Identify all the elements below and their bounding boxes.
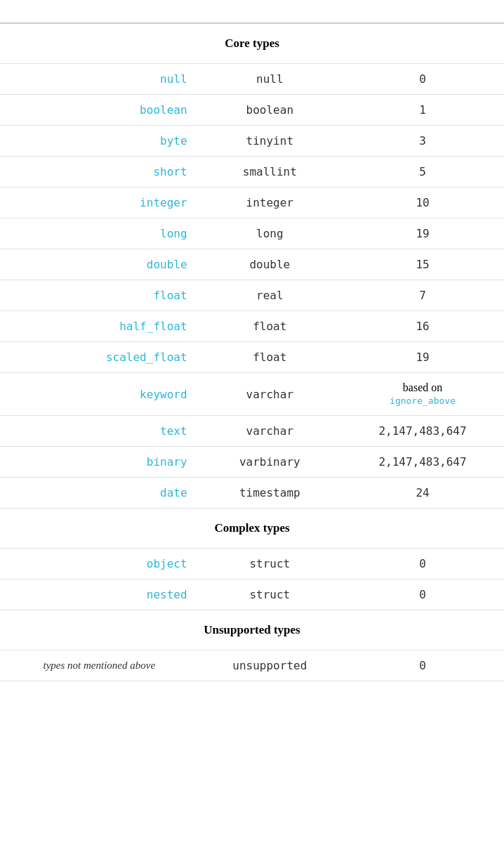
es-type-cell: boolean <box>0 95 199 126</box>
precision-text: based on <box>403 381 442 393</box>
es-type-cell: binary <box>0 447 199 478</box>
es-type-cell: object <box>0 549 199 580</box>
sql-type-cell: long <box>199 218 342 249</box>
table-row: keywordvarcharbased onignore_above <box>0 373 504 416</box>
sql-type-cell: real <box>199 280 342 311</box>
sql-precision-cell: 1 <box>341 95 504 126</box>
sql-type-cell: double <box>199 249 342 280</box>
sql-precision-cell: 3 <box>341 126 504 157</box>
sql-type-cell: unsupported <box>199 650 342 681</box>
sql-type-cell: integer <box>199 188 342 218</box>
sql-type-cell: smallint <box>199 157 342 188</box>
sql-precision-cell: 19 <box>341 342 504 373</box>
table-row: shortsmallint5 <box>0 157 504 188</box>
es-type-cell: keyword <box>0 373 199 416</box>
sql-type-cell: float <box>199 342 342 373</box>
es-type-cell: scaled_float <box>0 342 199 373</box>
table-row: nullnull0 <box>0 64 504 95</box>
col-header-es-type <box>0 0 199 23</box>
table-row: doubledouble15 <box>0 249 504 280</box>
table-row: textvarchar2,147,483,647 <box>0 416 504 447</box>
table-row: scaled_floatfloat19 <box>0 342 504 373</box>
sql-precision-cell: based onignore_above <box>341 373 504 416</box>
table-row: bytetinyint3 <box>0 126 504 157</box>
table-row: binaryvarbinary2,147,483,647 <box>0 447 504 478</box>
table-row: integerinteger10 <box>0 188 504 218</box>
sql-type-cell: float <box>199 311 342 342</box>
sql-type-cell: tinyint <box>199 126 342 157</box>
col-header-sql-precision <box>341 0 504 23</box>
es-type-cell: byte <box>0 126 199 157</box>
es-type-cell: date <box>0 478 199 509</box>
es-type-cell: nested <box>0 580 199 610</box>
sql-precision-cell: 5 <box>341 157 504 188</box>
sql-precision-cell: 0 <box>341 580 504 610</box>
table-row: objectstruct0 <box>0 549 504 580</box>
table-row: types not mentioned aboveunsupported0 <box>0 650 504 681</box>
sql-precision-cell: 15 <box>341 249 504 280</box>
sql-type-cell: varchar <box>199 416 342 447</box>
sql-type-cell: boolean <box>199 95 342 126</box>
sql-type-cell: varbinary <box>199 447 342 478</box>
sql-type-cell: struct <box>199 580 342 610</box>
section-header-label: Core types <box>0 23 504 64</box>
sql-type-cell: struct <box>199 549 342 580</box>
sql-precision-cell: 0 <box>341 650 504 681</box>
sql-precision-cell: 2,147,483,647 <box>341 447 504 478</box>
sql-precision-cell: 2,147,483,647 <box>341 416 504 447</box>
sql-precision-cell: 16 <box>341 311 504 342</box>
sql-type-cell: null <box>199 64 342 95</box>
es-type-cell: null <box>0 64 199 95</box>
section-header-label: Unsupported types <box>0 610 504 650</box>
es-type-cell: types not mentioned above <box>0 650 199 681</box>
table-row: datetimestamp24 <box>0 478 504 509</box>
es-type-cell: float <box>0 280 199 311</box>
es-type-cell: double <box>0 249 199 280</box>
sql-type-cell: timestamp <box>199 478 342 509</box>
sql-precision-cell: 0 <box>341 64 504 95</box>
ignore-above-link[interactable]: ignore_above <box>390 395 456 406</box>
es-type-cell: integer <box>0 188 199 218</box>
type-mapping-table: Core typesnullnull0booleanboolean1byteti… <box>0 0 504 681</box>
sql-precision-cell: 7 <box>341 280 504 311</box>
sql-precision-cell: 10 <box>341 188 504 218</box>
es-type-cell: half_float <box>0 311 199 342</box>
table-row: half_floatfloat16 <box>0 311 504 342</box>
sql-precision-cell: 24 <box>341 478 504 509</box>
table-row: floatreal7 <box>0 280 504 311</box>
section-header-row: Complex types <box>0 509 504 549</box>
section-header-row: Core types <box>0 23 504 64</box>
es-type-cell: short <box>0 157 199 188</box>
col-header-sql-type <box>199 0 342 23</box>
sql-precision-cell: 0 <box>341 549 504 580</box>
sql-type-cell: varchar <box>199 373 342 416</box>
es-type-cell: text <box>0 416 199 447</box>
section-header-row: Unsupported types <box>0 610 504 650</box>
table-row: nestedstruct0 <box>0 580 504 610</box>
table-row: booleanboolean1 <box>0 95 504 126</box>
sql-precision-cell: 19 <box>341 218 504 249</box>
section-header-label: Complex types <box>0 509 504 549</box>
es-type-cell: long <box>0 218 199 249</box>
table-row: longlong19 <box>0 218 504 249</box>
